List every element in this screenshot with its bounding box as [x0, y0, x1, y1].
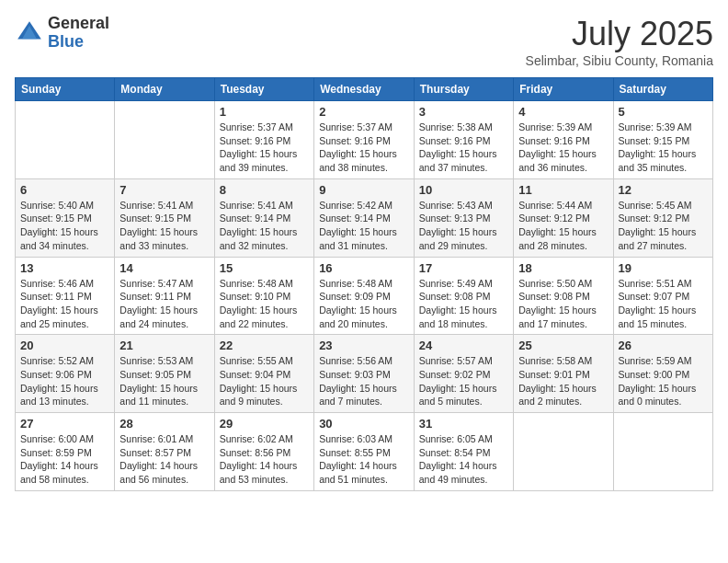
day-number: 10 [419, 183, 508, 197]
sunset-text: Sunset: 9:10 PM [220, 291, 291, 302]
sunrise-text: Sunrise: 5:51 AM [619, 278, 692, 289]
day-info: Sunrise: 5:39 AM Sunset: 9:16 PM Dayligh… [518, 121, 608, 175]
sunrise-text: Sunrise: 6:02 AM [220, 433, 293, 444]
logo-general-text: General [48, 15, 109, 33]
day-info: Sunrise: 5:50 AM Sunset: 9:08 PM Dayligh… [518, 277, 608, 331]
sunset-text: Sunset: 9:08 PM [419, 291, 491, 302]
day-number: 28 [119, 417, 209, 431]
sunrise-text: Sunrise: 5:42 AM [319, 200, 392, 211]
weekday-header: Thursday [414, 78, 513, 101]
weekday-header: Sunday [16, 78, 115, 101]
sunset-text: Sunset: 9:08 PM [518, 291, 590, 302]
sunset-text: Sunset: 9:16 PM [220, 135, 291, 146]
logo: General Blue [15, 15, 109, 52]
day-number: 1 [220, 105, 309, 119]
day-number: 13 [20, 261, 109, 275]
day-info: Sunrise: 5:55 AM Sunset: 9:04 PM Dayligh… [220, 354, 309, 408]
daylight-text: Daylight: 15 hours and 15 minutes. [619, 304, 697, 329]
sunset-text: Sunset: 9:05 PM [119, 369, 191, 380]
month-title: July 2025 [526, 15, 713, 53]
sunrise-text: Sunrise: 5:48 AM [319, 278, 392, 289]
calendar-day-cell: 28 Sunrise: 6:01 AM Sunset: 8:57 PM Dayl… [115, 413, 214, 491]
sunset-text: Sunset: 9:13 PM [419, 213, 491, 224]
daylight-text: Daylight: 15 hours and 9 minutes. [220, 383, 298, 408]
day-number: 4 [518, 105, 608, 119]
day-info: Sunrise: 5:53 AM Sunset: 9:05 PM Dayligh… [119, 354, 209, 408]
logo-blue-text: Blue [48, 33, 109, 52]
sunset-text: Sunset: 9:00 PM [619, 369, 690, 380]
day-number: 11 [518, 183, 608, 197]
day-number: 16 [319, 261, 409, 275]
sunset-text: Sunset: 9:02 PM [419, 369, 491, 380]
calendar-day-cell: 2 Sunrise: 5:37 AM Sunset: 9:16 PM Dayli… [314, 101, 415, 179]
day-info: Sunrise: 5:41 AM Sunset: 9:15 PM Dayligh… [119, 199, 209, 253]
daylight-text: Daylight: 15 hours and 20 minutes. [319, 304, 397, 329]
calendar-day-cell: 10 Sunrise: 5:43 AM Sunset: 9:13 PM Dayl… [414, 178, 513, 257]
calendar-day-cell [16, 101, 115, 179]
calendar-day-cell: 30 Sunrise: 6:03 AM Sunset: 8:55 PM Dayl… [314, 413, 415, 491]
sunset-text: Sunset: 9:07 PM [619, 291, 690, 302]
daylight-text: Daylight: 15 hours and 0 minutes. [619, 383, 697, 408]
day-info: Sunrise: 5:52 AM Sunset: 9:06 PM Dayligh… [20, 354, 109, 408]
day-number: 7 [119, 183, 209, 197]
sunrise-text: Sunrise: 5:37 AM [319, 121, 392, 132]
sunrise-text: Sunrise: 5:47 AM [119, 278, 193, 289]
day-number: 5 [619, 105, 709, 119]
sunset-text: Sunset: 9:14 PM [319, 213, 391, 224]
daylight-text: Daylight: 15 hours and 18 minutes. [419, 304, 497, 329]
calendar-day-cell: 31 Sunrise: 6:05 AM Sunset: 8:54 PM Dayl… [414, 413, 513, 491]
calendar-day-cell: 13 Sunrise: 5:46 AM Sunset: 9:11 PM Dayl… [16, 257, 115, 335]
sunset-text: Sunset: 9:04 PM [220, 369, 291, 380]
calendar-day-cell: 14 Sunrise: 5:47 AM Sunset: 9:11 PM Dayl… [115, 257, 214, 335]
calendar-week-row: 13 Sunrise: 5:46 AM Sunset: 9:11 PM Dayl… [16, 257, 713, 335]
day-info: Sunrise: 5:58 AM Sunset: 9:01 PM Dayligh… [518, 354, 608, 408]
sunrise-text: Sunrise: 5:57 AM [419, 355, 493, 366]
day-number: 31 [419, 417, 508, 431]
title-block: July 2025 Selimbar, Sibiu County, Romani… [526, 15, 713, 68]
sunrise-text: Sunrise: 5:45 AM [619, 200, 692, 211]
day-number: 9 [319, 183, 409, 197]
sunset-text: Sunset: 9:16 PM [419, 135, 491, 146]
calendar-day-cell [514, 413, 613, 491]
day-info: Sunrise: 6:02 AM Sunset: 8:56 PM Dayligh… [220, 432, 309, 487]
calendar-day-cell: 9 Sunrise: 5:42 AM Sunset: 9:14 PM Dayli… [314, 178, 415, 257]
calendar-day-cell: 1 Sunrise: 5:37 AM Sunset: 9:16 PM Dayli… [214, 101, 313, 179]
day-info: Sunrise: 5:37 AM Sunset: 9:16 PM Dayligh… [220, 121, 309, 175]
sunset-text: Sunset: 8:54 PM [419, 447, 491, 458]
daylight-text: Daylight: 15 hours and 34 minutes. [20, 226, 98, 251]
calendar-day-cell: 25 Sunrise: 5:58 AM Sunset: 9:01 PM Dayl… [514, 335, 613, 413]
daylight-text: Daylight: 14 hours and 49 minutes. [419, 460, 497, 485]
day-number: 2 [319, 105, 409, 119]
day-info: Sunrise: 5:37 AM Sunset: 9:16 PM Dayligh… [319, 121, 409, 175]
day-info: Sunrise: 6:00 AM Sunset: 8:59 PM Dayligh… [20, 432, 109, 487]
calendar-day-cell: 16 Sunrise: 5:48 AM Sunset: 9:09 PM Dayl… [314, 257, 415, 335]
day-number: 22 [220, 339, 309, 352]
day-info: Sunrise: 5:49 AM Sunset: 9:08 PM Dayligh… [419, 277, 508, 331]
sunrise-text: Sunrise: 5:58 AM [518, 355, 592, 366]
weekday-header: Monday [115, 78, 214, 101]
calendar-day-cell: 8 Sunrise: 5:41 AM Sunset: 9:14 PM Dayli… [214, 178, 313, 257]
sunrise-text: Sunrise: 5:40 AM [20, 200, 94, 211]
sunset-text: Sunset: 9:09 PM [319, 291, 391, 302]
sunset-text: Sunset: 8:59 PM [20, 447, 92, 458]
calendar-week-row: 1 Sunrise: 5:37 AM Sunset: 9:16 PM Dayli… [16, 101, 713, 179]
sunset-text: Sunset: 8:56 PM [220, 447, 291, 458]
sunrise-text: Sunrise: 6:01 AM [119, 433, 193, 444]
day-number: 15 [220, 261, 309, 275]
day-number: 17 [419, 261, 508, 275]
sunset-text: Sunset: 8:57 PM [119, 447, 191, 458]
weekday-header: Saturday [613, 78, 713, 101]
daylight-text: Daylight: 15 hours and 31 minutes. [319, 226, 397, 251]
sunrise-text: Sunrise: 5:53 AM [119, 355, 193, 366]
daylight-text: Daylight: 15 hours and 7 minutes. [319, 383, 397, 408]
sunset-text: Sunset: 9:16 PM [518, 135, 590, 146]
day-number: 27 [20, 417, 109, 431]
calendar-week-row: 20 Sunrise: 5:52 AM Sunset: 9:06 PM Dayl… [16, 335, 713, 413]
daylight-text: Daylight: 15 hours and 28 minutes. [518, 226, 597, 251]
logo-text: General Blue [48, 15, 109, 52]
day-info: Sunrise: 5:56 AM Sunset: 9:03 PM Dayligh… [319, 354, 409, 408]
daylight-text: Daylight: 15 hours and 24 minutes. [119, 304, 198, 329]
daylight-text: Daylight: 15 hours and 11 minutes. [119, 383, 198, 408]
sunset-text: Sunset: 9:15 PM [619, 135, 690, 146]
calendar-day-cell: 21 Sunrise: 5:53 AM Sunset: 9:05 PM Dayl… [115, 335, 214, 413]
